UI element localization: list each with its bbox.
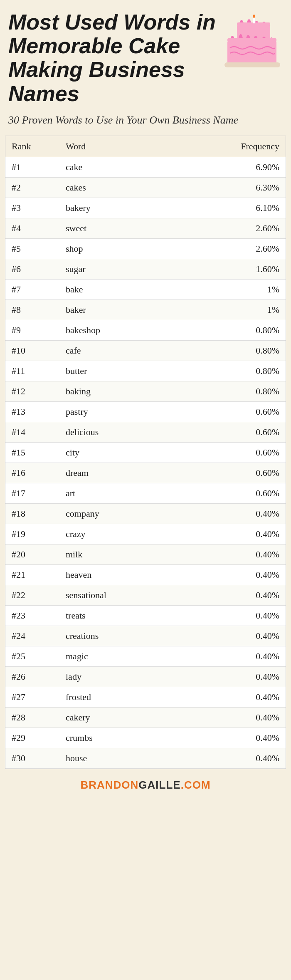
cell-rank: #19	[5, 524, 59, 544]
subtitle: 30 Proven Words to Use in Your Own Busin…	[0, 110, 291, 134]
cell-rank: #21	[5, 564, 59, 585]
cell-frequency: 0.40%	[175, 503, 286, 524]
cell-rank: #8	[5, 299, 59, 320]
table-row: #30house0.40%	[5, 748, 286, 768]
cell-word: cakery	[59, 707, 175, 728]
cell-frequency: 0.40%	[175, 524, 286, 544]
cell-frequency: 6.10%	[175, 198, 286, 218]
table-row: #20milk0.40%	[5, 544, 286, 564]
cell-word: cafe	[59, 340, 175, 361]
cell-word: shop	[59, 238, 175, 259]
cell-rank: #30	[5, 748, 59, 768]
brand-gaille: GAILLE.COM	[138, 779, 210, 792]
cell-word: baker	[59, 299, 175, 320]
main-title: Most Used Words in Memorable Cake Making…	[8, 10, 216, 106]
brand-dark: GAILLE	[138, 779, 180, 791]
cell-word: delicious	[59, 422, 175, 442]
cell-rank: #20	[5, 544, 59, 564]
cell-word: bakeshop	[59, 320, 175, 340]
cell-word: sensational	[59, 585, 175, 605]
cell-rank: #6	[5, 259, 59, 279]
cell-rank: #29	[5, 728, 59, 748]
cell-rank: #18	[5, 503, 59, 524]
cell-word: sweet	[59, 218, 175, 238]
table-row: #26lady0.40%	[5, 666, 286, 687]
table-row: #5shop2.60%	[5, 238, 286, 259]
table-row: #6sugar1.60%	[5, 259, 286, 279]
table-row: #27frosted0.40%	[5, 687, 286, 707]
cell-rank: #22	[5, 585, 59, 605]
footer-brand: BRANDON GAILLE.COM	[0, 771, 291, 799]
table-row: #16dream0.60%	[5, 463, 286, 483]
cell-rank: #24	[5, 626, 59, 646]
col-frequency: Frequency	[175, 136, 286, 157]
page-wrapper: Most Used Words in Memorable Cake Making…	[0, 0, 291, 799]
cell-rank: #28	[5, 707, 59, 728]
cell-word: art	[59, 483, 175, 503]
cell-rank: #4	[5, 218, 59, 238]
col-word: Word	[59, 136, 175, 157]
cell-frequency: 6.30%	[175, 177, 286, 198]
table-row: #21heaven0.40%	[5, 564, 286, 585]
cell-word: treats	[59, 605, 175, 626]
cell-frequency: 0.40%	[175, 666, 286, 687]
cell-frequency: 0.40%	[175, 748, 286, 768]
cell-rank: #15	[5, 442, 59, 463]
cell-word: city	[59, 442, 175, 463]
cell-frequency: 1.60%	[175, 259, 286, 279]
cell-frequency: 0.40%	[175, 605, 286, 626]
cell-rank: #12	[5, 381, 59, 401]
cell-word: heaven	[59, 564, 175, 585]
table-header-row: Rank Word Frequency	[5, 136, 286, 157]
cell-word: company	[59, 503, 175, 524]
cell-word: baking	[59, 381, 175, 401]
table-row: #14delicious0.60%	[5, 422, 286, 442]
cell-frequency: 0.60%	[175, 401, 286, 422]
cell-frequency: 0.60%	[175, 463, 286, 483]
cell-rank: #14	[5, 422, 59, 442]
cell-rank: #2	[5, 177, 59, 198]
cell-word: bakery	[59, 198, 175, 218]
cell-rank: #23	[5, 605, 59, 626]
table-row: #24creations0.40%	[5, 626, 286, 646]
table-row: #23treats0.40%	[5, 605, 286, 626]
table-container: Rank Word Frequency #1cake6.90%#2cakes6.…	[5, 136, 286, 769]
cell-frequency: 0.60%	[175, 483, 286, 503]
cell-word: pastry	[59, 401, 175, 422]
brand-brandon: BRANDON	[80, 779, 138, 792]
cell-frequency: 0.80%	[175, 361, 286, 381]
cell-word: dream	[59, 463, 175, 483]
table-row: #29crumbs0.40%	[5, 728, 286, 748]
table-row: #7bake1%	[5, 279, 286, 299]
cell-frequency: 2.60%	[175, 218, 286, 238]
col-rank: Rank	[5, 136, 59, 157]
cell-frequency: 0.40%	[175, 707, 286, 728]
table-row: #8baker1%	[5, 299, 286, 320]
table-row: #9bakeshop0.80%	[5, 320, 286, 340]
cell-rank: #17	[5, 483, 59, 503]
cell-rank: #9	[5, 320, 59, 340]
cell-rank: #1	[5, 157, 59, 177]
cell-rank: #5	[5, 238, 59, 259]
cell-rank: #11	[5, 361, 59, 381]
cell-word: magic	[59, 646, 175, 666]
table-row: #22sensational0.40%	[5, 585, 286, 605]
cell-frequency: 0.60%	[175, 442, 286, 463]
cell-frequency: 0.40%	[175, 585, 286, 605]
cell-word: bake	[59, 279, 175, 299]
cell-rank: #25	[5, 646, 59, 666]
table-row: #4sweet2.60%	[5, 218, 286, 238]
table-row: #28cakery0.40%	[5, 707, 286, 728]
cell-frequency: 0.40%	[175, 626, 286, 646]
cell-frequency: 0.40%	[175, 564, 286, 585]
svg-point-3	[253, 15, 255, 18]
cell-word: milk	[59, 544, 175, 564]
table-row: #18company0.40%	[5, 503, 286, 524]
table-row: #13pastry0.60%	[5, 401, 286, 422]
cell-frequency: 0.80%	[175, 381, 286, 401]
cell-rank: #3	[5, 198, 59, 218]
cake-icon-wrapper	[216, 10, 283, 75]
title-block: Most Used Words in Memorable Cake Making…	[8, 10, 216, 106]
table-row: #12baking0.80%	[5, 381, 286, 401]
cell-frequency: 2.60%	[175, 238, 286, 259]
